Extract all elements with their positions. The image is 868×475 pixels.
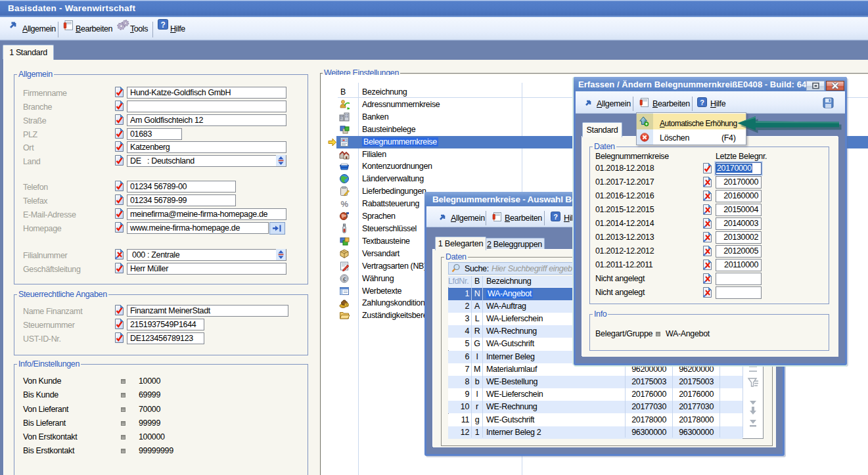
svg-text:%: %	[340, 199, 348, 209]
svg-text:?: ?	[553, 213, 558, 221]
svg-text:?: ?	[700, 99, 704, 106]
svg-text:$: $	[346, 303, 348, 307]
svg-text:€: €	[343, 276, 346, 283]
svg-text:?: ?	[161, 20, 166, 30]
